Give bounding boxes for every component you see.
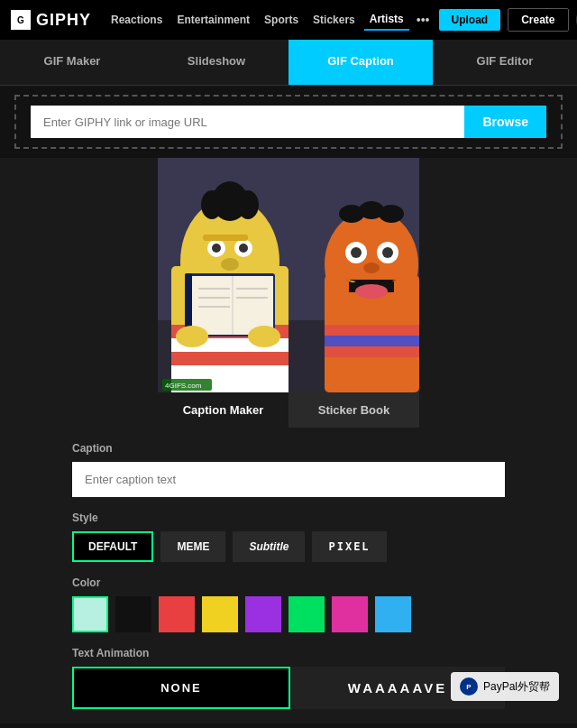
svg-rect-17	[203, 235, 248, 241]
color-swatch-2[interactable]	[159, 596, 195, 632]
url-input[interactable]	[31, 106, 464, 138]
paypal-logo-icon: P	[460, 677, 478, 696]
svg-point-18	[221, 258, 239, 271]
nav-reactions[interactable]: Reactions	[105, 10, 168, 30]
browse-button[interactable]: Browse	[464, 106, 546, 138]
gif-preview: 4GIFS.com	[158, 158, 419, 392]
tab-gif-maker[interactable]: GIF Maker	[0, 40, 144, 85]
svg-rect-31	[325, 325, 419, 336]
svg-rect-7	[171, 352, 288, 365]
svg-rect-33	[325, 346, 419, 357]
watermark-text: PayPal外贸帮	[483, 679, 550, 695]
style-pixel[interactable]: PIXEL	[312, 531, 386, 562]
sub-tabs-container: Caption Maker Sticker Book	[0, 392, 577, 428]
svg-point-42	[363, 263, 380, 273]
svg-point-16	[239, 244, 248, 253]
anim-options: NONE WAAAAAVE	[72, 667, 505, 709]
logo: G GIPHY	[11, 10, 91, 30]
nav-artists[interactable]: Artists	[364, 9, 409, 31]
tool-tabs: GIF Maker Slideshow GIF Caption GIF Edit…	[0, 40, 577, 86]
svg-text:4GIFS.com: 4GIFS.com	[165, 382, 202, 390]
svg-point-41	[382, 247, 393, 258]
nav-sports[interactable]: Sports	[259, 10, 304, 30]
color-swatch-6[interactable]	[332, 596, 368, 632]
tab-gif-caption[interactable]: GIF Caption	[288, 40, 433, 85]
color-options	[72, 596, 505, 632]
color-swatch-7[interactable]	[375, 596, 411, 632]
nav-links: Reactions Entertainment Sports Stickers …	[105, 9, 434, 31]
color-swatch-4[interactable]	[245, 596, 281, 632]
logo-text: GIPHY	[36, 11, 91, 30]
style-default[interactable]: DEFAULT	[72, 531, 153, 562]
caption-label: Caption	[72, 442, 505, 455]
tab-sticker-book[interactable]: Sticker Book	[288, 392, 419, 428]
svg-point-29	[248, 326, 280, 347]
color-swatch-3[interactable]	[202, 596, 238, 632]
svg-point-12	[237, 190, 259, 219]
tab-slideshow[interactable]: Slideshow	[144, 40, 288, 85]
caption-input[interactable]	[72, 462, 505, 497]
tab-caption-maker[interactable]: Caption Maker	[158, 392, 288, 428]
svg-point-15	[212, 244, 221, 253]
tab-gif-editor[interactable]: GIF Editor	[433, 40, 577, 85]
style-subtitle[interactable]: Subtitle	[233, 531, 305, 562]
upload-button[interactable]: Upload	[439, 9, 501, 31]
svg-point-11	[201, 190, 223, 219]
top-navigation: G GIPHY Reactions Entertainment Sports S…	[0, 0, 577, 40]
logo-icon: G	[11, 10, 31, 30]
svg-rect-32	[325, 336, 419, 346]
color-swatch-0[interactable]	[72, 596, 108, 632]
style-options: DEFAULT MEME Subtitle PIXEL	[72, 531, 505, 562]
nav-right: Upload Create Log In	[439, 7, 577, 32]
svg-point-28	[176, 326, 208, 347]
nav-entertainment[interactable]: Entertainment	[171, 10, 255, 30]
nav-more-icon[interactable]: •••	[413, 9, 434, 31]
sub-tabs: Caption Maker Sticker Book	[158, 392, 419, 428]
paypal-watermark: P PayPal外贸帮	[451, 672, 559, 701]
color-swatch-1[interactable]	[115, 596, 151, 632]
svg-point-44	[355, 284, 388, 299]
style-label: Style	[72, 511, 505, 524]
svg-point-40	[351, 247, 362, 258]
anim-none[interactable]: NONE	[72, 667, 290, 709]
create-button[interactable]: Create	[508, 8, 568, 32]
color-label: Color	[72, 576, 505, 589]
svg-point-37	[379, 205, 404, 223]
gif-preview-container: 4GIFS.com	[0, 158, 577, 392]
text-animation-label: Text Animation	[72, 647, 505, 659]
nav-stickers[interactable]: Stickers	[307, 10, 361, 30]
url-area: Browse	[14, 95, 563, 149]
color-swatch-5[interactable]	[288, 596, 325, 632]
style-meme[interactable]: MEME	[160, 531, 225, 562]
